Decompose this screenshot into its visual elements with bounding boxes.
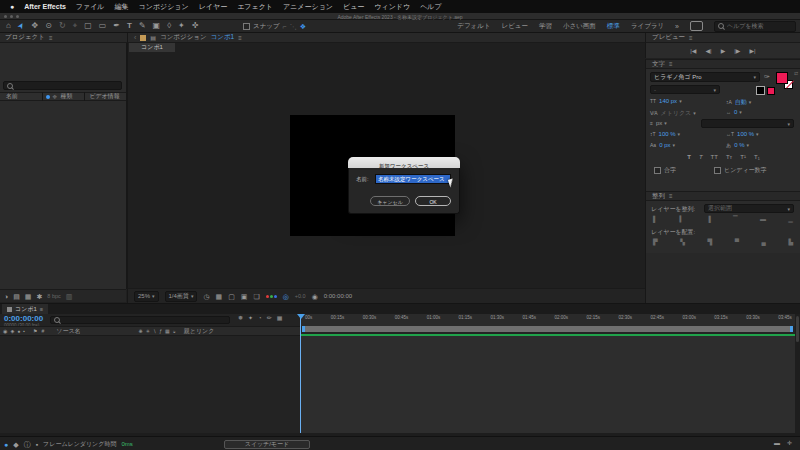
type-tool-icon[interactable]: T xyxy=(127,22,132,30)
dialog-titlebar[interactable]: 新規ワークスペース xyxy=(348,157,460,168)
mask-visibility-icon[interactable]: ▢ xyxy=(228,293,235,300)
exposure-value[interactable]: +0.0 xyxy=(295,293,306,299)
layer-list-area[interactable] xyxy=(0,336,300,433)
lock-column-icon[interactable]: ▪ xyxy=(23,329,25,334)
snap-guides-icon[interactable]: ⋱ xyxy=(290,23,297,30)
active-comp-name[interactable]: コンポ1 xyxy=(211,33,235,42)
frame-blend-switch-icon[interactable]: ▦ xyxy=(165,329,170,334)
menu-effect[interactable]: エフェクト xyxy=(237,2,273,12)
ok-button[interactable]: OK xyxy=(415,196,451,206)
playhead-line[interactable] xyxy=(300,314,301,433)
channel-rgb-icon[interactable] xyxy=(266,295,277,298)
pen-tool-icon[interactable]: ✒ xyxy=(113,22,120,30)
composition-panel-menu-icon[interactable] xyxy=(238,35,242,41)
workspace-tab-learn[interactable]: 学習 xyxy=(539,22,552,31)
panel-back-icon[interactable]: ‹ xyxy=(134,34,136,41)
prev-frame-button[interactable]: ◀| xyxy=(706,48,712,54)
menu-app-name[interactable]: After Effects xyxy=(24,3,66,10)
switches-modes-button[interactable]: スイッチ/モード xyxy=(224,440,310,449)
magnification-dropdown[interactable]: 25% xyxy=(134,291,159,302)
menu-view[interactable]: ビュー xyxy=(343,2,364,12)
align-panel-menu-icon[interactable] xyxy=(669,193,673,199)
align-right-icon[interactable]: ▐ xyxy=(707,216,711,222)
workspace-tab-standard-active[interactable]: 標準 xyxy=(607,22,620,31)
timeline-search-box[interactable] xyxy=(50,316,230,324)
ligatures-checkbox[interactable] xyxy=(654,167,661,174)
pan-behind-tool-icon[interactable]: ▢ xyxy=(84,22,92,30)
menu-layer[interactable]: レイヤー xyxy=(199,2,228,12)
trash-icon[interactable]: ▥ xyxy=(66,293,73,300)
brush-tool-icon[interactable]: ✎ xyxy=(139,22,146,30)
align-panel-tab[interactable]: 整列 xyxy=(652,192,665,201)
info-icon[interactable]: ⓘ xyxy=(24,441,31,448)
distribute-vcenter-icon[interactable]: ▚ xyxy=(680,239,685,245)
label-color-icon[interactable] xyxy=(46,95,50,99)
play-button[interactable]: ▶ xyxy=(721,48,726,54)
live-update-icon[interactable]: ● xyxy=(4,441,8,448)
horizontal-scale-control[interactable]: ↔T 100 % xyxy=(726,131,759,137)
character-panel-menu-icon[interactable] xyxy=(669,61,673,67)
column-type[interactable]: 種類 xyxy=(57,92,84,101)
subscript-button[interactable]: T₁ xyxy=(754,154,760,160)
exposure-icon[interactable]: ◎ xyxy=(283,293,289,300)
baseline-shift-control[interactable]: Aa 0 px xyxy=(650,142,675,148)
selection-tool-icon[interactable]: ➤ xyxy=(16,21,26,31)
column-name[interactable]: 名前 xyxy=(0,92,42,101)
work-area-bar[interactable] xyxy=(302,326,793,332)
puppet-tool-icon[interactable]: ✜ xyxy=(192,22,199,30)
scrollbar-thumb[interactable] xyxy=(796,316,799,342)
workspace-overflow-icon[interactable]: » xyxy=(675,23,679,30)
leading-control[interactable]: ↕A 自動 xyxy=(726,98,751,107)
snapshot-icon[interactable]: ❏ xyxy=(253,293,259,300)
hand-tool-icon[interactable]: ✥ xyxy=(32,22,39,30)
collapse-switch-icon[interactable]: ✳ xyxy=(146,329,150,334)
character-panel-tab[interactable]: 文字 xyxy=(652,60,665,69)
mini-flowchart-icon[interactable]: ❅ xyxy=(238,315,243,321)
color-settings-icon[interactable]: ✱ xyxy=(36,293,42,300)
region-of-interest-icon[interactable]: ▣ xyxy=(241,293,248,300)
anti-alias-dropdown[interactable] xyxy=(701,119,794,128)
workspace-tab-libraries[interactable]: ライブラリ xyxy=(631,22,664,31)
help-search-input[interactable] xyxy=(727,23,787,29)
quality-switch-icon[interactable]: ∖ xyxy=(153,329,156,334)
preview-panel-tab[interactable]: プレビュー xyxy=(652,33,685,42)
zoom-tool-icon[interactable]: ⊙ xyxy=(45,22,52,30)
audio-column-icon[interactable]: ◈ xyxy=(10,329,14,334)
fill-color-swatch[interactable] xyxy=(776,72,788,84)
hindi-digits-checkbox-group[interactable]: ヒンディー数字 xyxy=(714,166,767,175)
eraser-tool-icon[interactable]: ◊ xyxy=(167,22,171,30)
solo-column-icon[interactable]: ● xyxy=(17,329,20,334)
align-bottom-icon[interactable]: ▁ xyxy=(788,216,793,222)
draft-mode-icon[interactable]: ◆ xyxy=(13,441,18,448)
cancel-button[interactable]: キャンセル xyxy=(370,196,410,206)
transparency-grid-icon[interactable]: ▦ xyxy=(216,293,223,300)
apple-logo-icon[interactable]: ● xyxy=(10,3,14,10)
snap-label[interactable]: スナップ xyxy=(253,22,280,31)
faux-bold-button[interactable]: T xyxy=(687,154,691,160)
clone-stamp-tool-icon[interactable]: ▣ xyxy=(153,22,161,30)
motion-blur-switch-icon[interactable]: ◒ xyxy=(173,329,176,334)
home-tool-icon[interactable]: ⌂ xyxy=(6,22,11,30)
distribute-top-icon[interactable]: ▛ xyxy=(653,239,658,245)
first-frame-button[interactable]: |◀ xyxy=(690,48,696,54)
current-time-display[interactable]: 0:00:00:00 xyxy=(4,314,43,323)
menu-edit[interactable]: 編集 xyxy=(115,2,129,12)
timeline-vertical-scrollbar[interactable] xyxy=(795,314,800,436)
align-hcenter-icon[interactable]: ▍ xyxy=(680,216,685,222)
video-column-icon[interactable]: ◉ xyxy=(3,329,7,334)
draft-3d-icon[interactable]: ✦ xyxy=(248,315,253,321)
camera-tool-icon[interactable]: ⌖ xyxy=(73,22,78,30)
font-style-dropdown[interactable]: - xyxy=(650,85,720,94)
rotation-tool-icon[interactable]: ↻ xyxy=(59,22,66,30)
align-left-icon[interactable]: ▌ xyxy=(653,216,657,222)
hindi-digits-checkbox[interactable] xyxy=(714,167,721,174)
distribute-right-icon[interactable]: ▙ xyxy=(788,239,793,245)
default-fill-stroke-icon[interactable] xyxy=(756,86,765,95)
ligatures-checkbox-group[interactable]: 合字 xyxy=(654,166,676,175)
tracking-control[interactable]: ↔ 0 xyxy=(726,109,742,115)
resolution-dropdown[interactable]: 1/4画質 xyxy=(165,291,198,302)
label-column-icon[interactable]: ⚑ xyxy=(33,329,37,334)
font-size-control[interactable]: TT 140 px xyxy=(650,98,682,104)
swap-fill-stroke-icon[interactable]: ⇄ xyxy=(794,71,798,76)
project-panel-tab[interactable]: プロジェクト xyxy=(5,33,45,42)
